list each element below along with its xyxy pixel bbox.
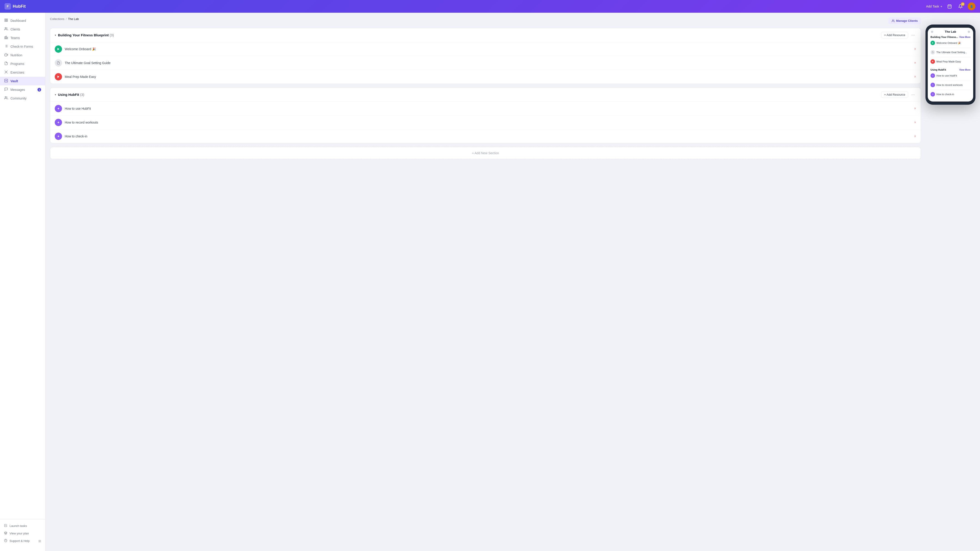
app-name: HubFit [13, 4, 25, 9]
phone-section-1-header: Building Your Fitness... View More [928, 35, 973, 39]
sidebar-item-vault[interactable]: Vault [0, 77, 45, 86]
svg-rect-7 [5, 21, 6, 22]
svg-rect-4 [5, 19, 6, 20]
phone-list-item[interactable]: How to use HubFit [928, 72, 973, 79]
sidebar-item-messages[interactable]: Messages 1 [0, 86, 45, 94]
resource-icon-purple [55, 119, 62, 126]
phone-item-icon-green [931, 41, 935, 45]
add-task-button[interactable]: Add Task + [926, 5, 942, 8]
sidebar-item-checkin-forms[interactable]: Check-In Forms [0, 42, 45, 51]
resource-row[interactable]: The Ultimate Goal Setting Guide × [50, 56, 921, 70]
avatar[interactable]: 👤 [968, 3, 975, 10]
resource-row[interactable]: How to record workouts × [50, 116, 921, 129]
content-area: Collections / The Lab Manage Clients ▾ B… [50, 17, 921, 546]
svg-marker-32 [932, 42, 934, 44]
resource-name: How to check-in [65, 135, 912, 138]
sidebar-item-clients[interactable]: Clients [0, 25, 45, 33]
sidebar-item-exercises[interactable]: Exercises [0, 68, 45, 77]
phone-list-item[interactable]: The Ultimate Goal Setting... [928, 49, 973, 56]
section-1-chevron[interactable]: ▾ [55, 33, 56, 37]
section-2-add-resource-button[interactable]: + Add Resource [881, 91, 908, 98]
phone-item-icon-purple [931, 83, 935, 87]
sidebar-item-community[interactable]: Community [0, 94, 45, 103]
sidebar-item-dashboard[interactable]: Dashboard [0, 16, 45, 25]
resource-name: Meal Prep Made Easy [65, 75, 912, 79]
section-1-more-button[interactable]: ··· [910, 32, 916, 38]
resource-remove-button[interactable]: × [914, 47, 916, 51]
phone-item-icon-purple [931, 73, 935, 78]
breadcrumb-row: Collections / The Lab Manage Clients [50, 17, 921, 24]
phone-topbar: The Lab [928, 28, 973, 35]
phone-item-icon-doc [931, 50, 935, 54]
section-2-title: Using HubFit (3) [58, 93, 879, 97]
resource-icon-purple [55, 133, 62, 140]
phone-section-2-view-more[interactable]: View More [959, 68, 970, 71]
sidebar-item-label: Vault [10, 79, 18, 83]
svg-point-29 [58, 108, 59, 109]
phone-item-name: Welcome Onboard 🎉 [936, 41, 961, 44]
view-plan-link[interactable]: View your plan [0, 530, 45, 537]
manage-clients-label: Manage Clients [896, 19, 918, 22]
support-link[interactable]: Support & Help ⊞ [0, 537, 45, 545]
sidebar-item-nutrition[interactable]: Nutrition [0, 51, 45, 59]
view-plan-icon [4, 532, 7, 535]
phone-list-item[interactable]: How to record workouts [928, 81, 973, 89]
svg-point-8 [5, 27, 6, 29]
section-1-title: Building Your Fitness Blueprint (3) [58, 33, 879, 37]
community-icon [4, 96, 8, 101]
programs-icon [4, 62, 8, 66]
phone-list-item[interactable]: How to check-in [928, 91, 973, 98]
add-new-section-button[interactable]: + Add New Section [50, 147, 921, 159]
notification-badge: 33 [961, 2, 964, 6]
section-card-2: ▾ Using HubFit (3) + Add Resource ··· [50, 87, 921, 143]
svg-point-35 [932, 85, 933, 86]
phone-item-name: How to check-in [936, 93, 954, 95]
resource-row[interactable]: How to use HubFit × [50, 102, 921, 116]
sidebar-item-label: Teams [10, 36, 20, 40]
svg-marker-27 [57, 48, 59, 51]
view-plan-label: View your plan [10, 532, 29, 535]
resource-remove-button[interactable]: × [914, 134, 916, 138]
resource-remove-button[interactable]: × [914, 61, 916, 65]
section-1-resources: Welcome Onboard 🎉 × The Ultimate Goal Se… [50, 42, 921, 84]
nutrition-icon [4, 53, 8, 57]
phone-item-icon-purple [931, 92, 935, 97]
sidebar-item-teams[interactable]: Teams [0, 33, 45, 42]
phone-list-item[interactable]: Meal Prep Made Easy [928, 58, 973, 65]
launch-tasks-link[interactable]: Launch tasks [0, 522, 45, 530]
svg-rect-10 [6, 36, 6, 39]
phone-dot-left [931, 31, 933, 33]
section-1-add-resource-button[interactable]: + Add Resource [881, 32, 908, 38]
phone-frame: The Lab Building Your Fitness... View Mo… [926, 25, 975, 105]
section-2-more-button[interactable]: ··· [910, 92, 916, 97]
resource-remove-button[interactable]: × [914, 121, 916, 124]
resource-remove-button[interactable]: × [914, 106, 916, 111]
resource-row[interactable]: Welcome Onboard 🎉 × [50, 42, 921, 56]
sidebar: Dashboard Clients Teams Check-In Forms [0, 13, 45, 551]
notification-icon[interactable]: 33 [957, 3, 964, 10]
calendar-icon[interactable] [946, 3, 953, 10]
resource-row[interactable]: How to check-in × [50, 129, 921, 143]
breadcrumb-separator: / [66, 17, 67, 21]
phone-list-item[interactable]: Welcome Onboard 🎉 [928, 39, 973, 46]
topnav: F HubFit Add Task + 33 👤 [0, 0, 980, 13]
resource-row[interactable]: Meal Prep Made Easy × [50, 70, 921, 84]
sidebar-item-programs[interactable]: Programs [0, 59, 45, 68]
phone-divider [931, 57, 970, 57]
manage-clients-button[interactable]: Manage Clients [888, 17, 921, 24]
support-icon [4, 539, 7, 543]
section-card-1: ▾ Building Your Fitness Blueprint (3) + … [50, 28, 921, 84]
section-2-chevron[interactable]: ▾ [55, 93, 56, 96]
brand: F HubFit [5, 3, 926, 10]
resource-remove-button[interactable]: × [914, 75, 916, 79]
exercises-icon [4, 70, 8, 75]
collapse-icon[interactable]: ⊞ [38, 539, 41, 543]
section-1-header: ▾ Building Your Fitness Blueprint (3) + … [50, 28, 921, 42]
sidebar-item-label: Check-In Forms [10, 45, 33, 48]
phone-section-1-view-more[interactable]: View More [959, 36, 970, 38]
svg-point-22 [5, 97, 6, 98]
teams-icon [4, 36, 8, 40]
breadcrumb-parent[interactable]: Collections [50, 17, 65, 21]
phone-item-name: How to use HubFit [936, 74, 957, 77]
phone-item-icon-youtube [931, 59, 935, 64]
